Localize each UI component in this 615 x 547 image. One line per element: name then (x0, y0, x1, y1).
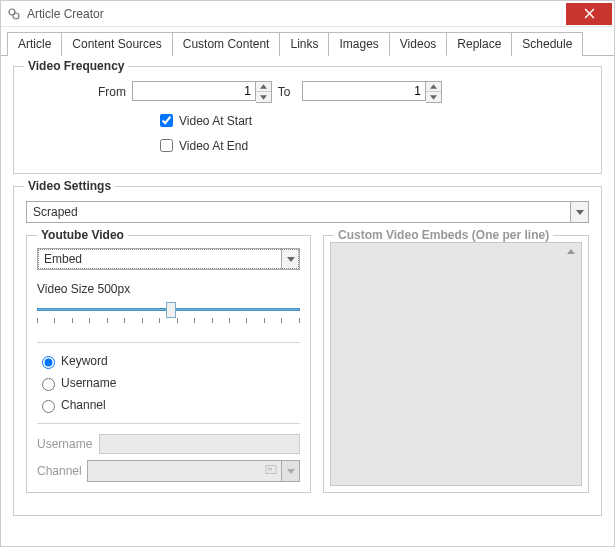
from-spinner (132, 81, 272, 103)
channel-lookup-icon (265, 464, 277, 479)
tab-content: Video Frequency From To (1, 56, 614, 546)
video-at-start-label: Video At Start (179, 114, 252, 128)
youtube-mode-select[interactable]: Embed (37, 248, 300, 270)
svg-point-1 (13, 13, 19, 19)
chevron-up-icon (430, 84, 437, 89)
tab-bar: Article Content Sources Custom Content L… (1, 27, 614, 56)
video-at-start-checkbox[interactable] (160, 114, 173, 127)
tab-links[interactable]: Links (279, 32, 329, 56)
video-frequency-group: Video Frequency From To (13, 66, 602, 174)
video-source-select[interactable]: Scraped (26, 201, 589, 223)
tab-schedule[interactable]: Schedule (511, 32, 583, 56)
window-title: Article Creator (27, 7, 566, 21)
chevron-down-icon (576, 210, 584, 215)
tab-replace[interactable]: Replace (446, 32, 512, 56)
video-settings-group: Video Settings Scraped Youtube Video Emb… (13, 186, 602, 516)
close-icon (584, 8, 595, 19)
svg-marker-6 (430, 84, 437, 88)
to-spin-down[interactable] (426, 92, 441, 102)
tab-videos[interactable]: Videos (389, 32, 447, 56)
chevron-up-icon (260, 84, 267, 89)
custom-embeds-legend: Custom Video Embeds (One per line) (334, 228, 553, 242)
username-input (99, 434, 300, 454)
titlebar: Article Creator (1, 1, 614, 27)
from-spin-down[interactable] (256, 92, 271, 102)
youtube-video-group: Youtube Video Embed Video Size 500px (26, 235, 311, 493)
svg-marker-12 (287, 469, 295, 474)
close-button[interactable] (566, 3, 612, 25)
radio-channel[interactable] (42, 400, 55, 413)
username-label: Username (37, 437, 99, 451)
video-frequency-legend: Video Frequency (24, 59, 128, 73)
custom-embeds-group: Custom Video Embeds (One per line) (323, 235, 589, 493)
svg-marker-4 (260, 84, 267, 88)
scroll-up-button[interactable] (563, 245, 579, 257)
tab-images[interactable]: Images (328, 32, 389, 56)
slider-ticks (37, 318, 300, 323)
channel-select (87, 460, 300, 482)
app-icon (7, 7, 21, 21)
channel-dropdown-button (281, 461, 299, 481)
video-source-value: Scraped (27, 205, 570, 219)
to-label: To (272, 85, 296, 99)
radio-keyword-label: Keyword (61, 354, 108, 368)
video-source-dropdown-button[interactable] (570, 202, 588, 222)
tab-custom-content[interactable]: Custom Content (172, 32, 281, 56)
video-size-label: Video Size 500px (37, 282, 300, 296)
video-size-slider[interactable] (37, 302, 300, 326)
slider-thumb[interactable] (166, 302, 176, 318)
svg-marker-13 (567, 249, 575, 254)
from-input[interactable] (132, 81, 256, 101)
svg-marker-9 (287, 257, 295, 262)
to-spinner (302, 81, 442, 103)
tab-article[interactable]: Article (7, 32, 62, 56)
to-input[interactable] (302, 81, 426, 101)
svg-marker-8 (576, 210, 584, 215)
video-at-end-label: Video At End (179, 139, 248, 153)
separator (37, 423, 300, 424)
chevron-down-icon (287, 469, 295, 474)
chevron-down-icon (430, 95, 437, 100)
from-spin-up[interactable] (256, 82, 271, 92)
youtube-legend: Youtube Video (37, 228, 128, 242)
svg-marker-5 (260, 95, 267, 99)
radio-username[interactable] (42, 378, 55, 391)
custom-embeds-textarea[interactable] (330, 242, 582, 486)
chevron-up-icon (567, 249, 575, 254)
from-label: From (26, 85, 126, 99)
svg-marker-7 (430, 95, 437, 99)
radio-channel-label: Channel (61, 398, 106, 412)
chevron-down-icon (260, 95, 267, 100)
chevron-down-icon (287, 257, 295, 262)
custom-embeds-scrollbar[interactable] (563, 245, 579, 483)
radio-keyword[interactable] (42, 356, 55, 369)
video-at-end-checkbox[interactable] (160, 139, 173, 152)
channel-label: Channel (37, 464, 87, 478)
radio-username-label: Username (61, 376, 116, 390)
video-settings-legend: Video Settings (24, 179, 115, 193)
to-spin-up[interactable] (426, 82, 441, 92)
separator (37, 342, 300, 343)
youtube-mode-dropdown-button[interactable] (281, 249, 299, 269)
youtube-mode-value: Embed (38, 252, 281, 266)
article-creator-window: Article Creator Article Content Sources … (0, 0, 615, 547)
svg-rect-11 (268, 468, 272, 471)
tab-content-sources[interactable]: Content Sources (61, 32, 172, 56)
